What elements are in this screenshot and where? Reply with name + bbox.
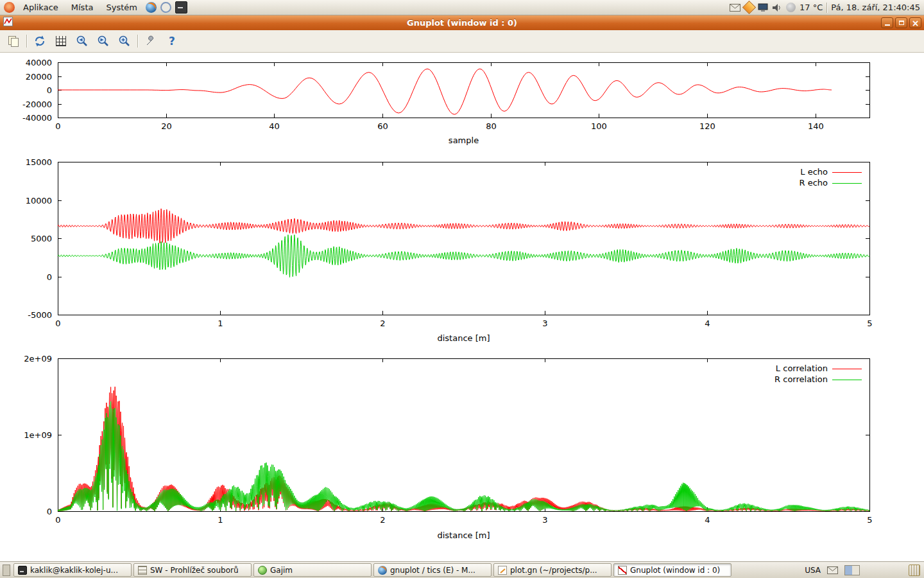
svg-text:-40000: -40000 [22,113,52,123]
svg-text:15000: 15000 [26,157,52,167]
firefox-launcher-icon[interactable] [146,2,157,13]
svg-text:40: 40 [269,121,280,131]
text-editor-icon [498,566,507,575]
temperature-label[interactable]: 17 °C [800,3,823,12]
svg-text:10000: 10000 [26,196,52,206]
gnuplot-icon [618,566,627,575]
taskbar-item-editor[interactable]: plot.gn (~/projects/p... [493,563,612,577]
help-icon[interactable] [164,33,180,49]
svg-text:0: 0 [47,85,52,95]
terminal-icon [18,566,27,575]
window-list-icon[interactable] [3,565,10,576]
taskbar-item-firefox[interactable]: gnuplot / tics (E) - M... [373,563,492,577]
svg-text:2e+09: 2e+09 [24,354,52,363]
volume-icon[interactable] [772,3,782,12]
minimize-button[interactable] [881,17,893,28]
panel-separator [826,3,827,13]
gajim-icon [258,566,267,575]
svg-text:distance [m]: distance [m] [437,333,490,343]
svg-text:R echo: R echo [799,178,828,188]
taskbar-item-gnuplot[interactable]: Gnuplot (window id : 0) [613,563,732,577]
menu-system[interactable]: Systém [101,3,141,12]
svg-text:R correlation: R correlation [774,374,828,384]
svg-text:2: 2 [380,319,385,328]
svg-text:60: 60 [377,121,388,131]
zoom-previous-icon[interactable] [74,33,90,49]
svg-text:5: 5 [867,515,872,525]
svg-text:5: 5 [867,319,872,328]
taskbar-item-terminal[interactable]: kaklik@kaklik-kolej-u... [13,563,132,577]
svg-text:0: 0 [55,121,60,131]
desktop: Aplikace Místa Systém 17 °C Pá, 18. září… [0,0,924,578]
copy-icon[interactable] [5,33,22,49]
zoom-next-icon[interactable] [95,33,112,49]
svg-text:0: 0 [47,272,52,282]
toolbar-separator [26,35,27,48]
replot-icon[interactable] [31,33,48,49]
terminal-launcher-icon[interactable] [175,1,187,13]
taskbar-item-gajim[interactable]: Gajim [253,563,372,577]
maximize-button[interactable] [895,17,907,28]
ubuntu-logo-icon[interactable] [4,2,15,13]
gnuplot-window-icon [3,17,13,29]
mail-tray-icon[interactable] [827,566,838,574]
gnuplot-window: Gnuplot (window id : 0) [0,15,924,562]
svg-text:0: 0 [55,515,60,525]
svg-text:20000: 20000 [26,72,52,82]
svg-text:1: 1 [218,515,223,525]
gnuplot-toolbar [0,30,924,53]
svg-text:-5000: -5000 [28,310,52,320]
trash-icon[interactable] [909,565,920,576]
titlebar[interactable]: Gnuplot (window id : 0) [0,15,924,30]
settings-icon[interactable] [142,33,159,49]
grid-icon[interactable] [53,33,69,49]
svg-text:0: 0 [55,319,60,328]
weather-icon[interactable] [786,3,796,12]
svg-text:1: 1 [218,319,223,328]
svg-text:L echo: L echo [800,167,828,177]
svg-text:5000: 5000 [31,234,52,243]
update-notifier-icon[interactable] [742,1,756,14]
display-icon[interactable] [758,3,768,12]
svg-text:distance [m]: distance [m] [437,530,490,540]
svg-text:0: 0 [47,507,52,516]
help-launcher-icon[interactable] [160,2,171,13]
gnuplot-canvas[interactable]: 020406080100120140-40000-200000200004000… [0,53,924,562]
svg-text:4: 4 [705,515,710,525]
svg-text:3: 3 [542,515,547,525]
taskbar-item-file-browser[interactable]: SW - Prohlížeč souborů [133,563,252,577]
window-title: Gnuplot (window id : 0) [0,18,924,28]
file-manager-icon [138,566,147,575]
svg-text:100: 100 [591,121,607,131]
svg-text:3: 3 [542,319,547,328]
svg-text:L correlation: L correlation [776,363,828,373]
toolbar-separator [137,35,138,48]
clock-label[interactable]: Pá, 18. září, 21:40:45 [831,3,920,12]
svg-text:sample: sample [449,136,479,145]
menu-applications[interactable]: Aplikace [19,3,63,12]
plot-area: 020406080100120140-40000-200000200004000… [0,53,924,562]
svg-text:2: 2 [380,515,385,525]
svg-text:140: 140 [808,121,824,131]
svg-text:120: 120 [699,121,715,131]
keyboard-layout-indicator[interactable]: USA [805,566,821,575]
gnome-top-panel: Aplikace Místa Systém 17 °C Pá, 18. září… [0,0,924,15]
firefox-icon [378,566,387,575]
menu-places[interactable]: Místa [67,3,98,12]
svg-text:20: 20 [161,121,172,131]
workspace-switcher[interactable] [844,565,860,575]
mail-icon[interactable] [730,4,740,12]
taskbar: kaklik@kaklik-kolej-u... SW - Prohlížeč … [0,561,924,578]
close-button[interactable] [909,17,921,28]
svg-text:1e+09: 1e+09 [24,430,52,440]
autoscale-icon[interactable] [116,33,133,49]
svg-text:4: 4 [705,319,710,328]
svg-text:-20000: -20000 [22,100,52,109]
svg-text:40000: 40000 [26,58,52,67]
svg-text:80: 80 [486,121,497,131]
